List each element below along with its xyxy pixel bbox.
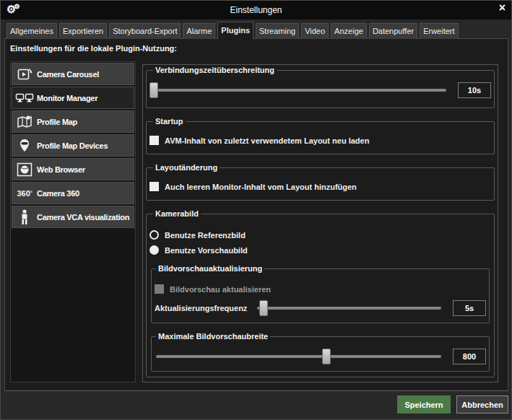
checkbox-label: Auch leeren Monitor-Inhalt vom Layout hi…: [165, 183, 357, 191]
sidebar-item-camera-carousel[interactable]: Camera Carousel: [12, 63, 134, 85]
tab-anzeige[interactable]: Anzeige: [331, 23, 367, 39]
camera-vca-icon: [12, 209, 37, 225]
save-button[interactable]: Speichern: [397, 395, 451, 414]
sidebar-item-camera-360[interactable]: 360° Camera 360: [12, 182, 134, 204]
group-title: Verbindungszeitüberschreitung: [153, 66, 277, 74]
sidebar-item-monitor-manager[interactable]: Monitor Manager: [12, 87, 134, 109]
profile-map-devices-icon: [12, 139, 37, 153]
sidebar-item-label: Camera VCA visualization: [37, 213, 129, 222]
max-width-slider[interactable]: [155, 348, 443, 365]
radio-reference-image[interactable]: Benutze Referenzbild: [149, 229, 491, 240]
sidebar-item-label: Profile Map Devices: [37, 141, 108, 150]
checkbox[interactable]: [149, 182, 159, 191]
max-width-value: 800: [453, 349, 486, 364]
group-preview-update: Bildvorschauaktualisierung Bildvorschau …: [151, 264, 490, 323]
group-title: Startup: [153, 117, 186, 126]
radio-label: Benutze Vorschaubild: [165, 246, 248, 255]
group-connection-timeout: Verbindungszeitüberschreitung 10s: [146, 66, 495, 108]
tab-page-plugins: Einstellungen für die lokale Plugin-Nutz…: [4, 38, 508, 391]
cancel-button[interactable]: Abbrechen: [456, 395, 508, 414]
group-title: Kamerabild: [153, 209, 201, 218]
tab-video[interactable]: Video: [301, 23, 329, 39]
plugin-list: Camera Carousel Monitor Manager: [10, 61, 136, 382]
profile-map-icon: [12, 115, 37, 129]
connection-timeout-slider[interactable]: [149, 82, 448, 99]
sidebar-item-web-browser[interactable]: Web Browser: [12, 158, 134, 180]
group-title: Layoutänderung: [153, 163, 220, 172]
sidebar-item-label: Camera Carousel: [37, 70, 99, 79]
intro-label: Einstellungen für die lokale Plugin-Nutz…: [10, 44, 177, 53]
checkbox-label: Bildvorschau aktualisieren: [170, 285, 271, 294]
sidebar-item-label: Web Browser: [37, 165, 85, 174]
tab-bar: AllgemeinesExportierenStoryboard-ExportA…: [6, 22, 459, 39]
tab-allgemeines[interactable]: Allgemeines: [6, 23, 57, 39]
group-max-preview-width: Maximale Bildvorschaubreite 800: [151, 332, 490, 372]
layout-add-empty-checkbox-row[interactable]: Auch leeren Monitor-Inhalt vom Layout hi…: [149, 182, 491, 191]
frequency-label: Aktualisierungsfrequenz: [155, 304, 247, 312]
preview-update-checkbox-row[interactable]: Bildvorschau aktualisieren: [155, 284, 486, 294]
sidebar-item-profile-map[interactable]: Profile Map: [12, 110, 134, 133]
tab-datenpuffer[interactable]: Datenpuffer: [369, 23, 417, 39]
tab-exportieren[interactable]: Exportieren: [59, 23, 107, 39]
tab-erweitert[interactable]: Erweitert: [420, 23, 458, 39]
radio-button[interactable]: [149, 245, 159, 255]
tab-plugins[interactable]: Plugins: [217, 22, 253, 39]
checkbox-label: AVM-Inhalt von zuletzt verwendetem Layou…: [165, 136, 369, 145]
window-title: Einstellungen: [1, 5, 511, 15]
slider-thumb[interactable]: [259, 300, 268, 316]
group-startup: Startup AVM-Inhalt von zuletzt verwendet…: [146, 117, 495, 154]
startup-reload-checkbox-row[interactable]: AVM-Inhalt von zuletzt verwendetem Layou…: [149, 136, 491, 145]
titlebar: ⚙⚙ Einstellungen ×: [1, 1, 511, 19]
frequency-value: 5s: [453, 300, 486, 316]
tab-alarme[interactable]: Alarme: [183, 23, 215, 39]
group-layout-change: Layoutänderung Auch leeren Monitor-Inhal…: [146, 163, 495, 201]
monitor-manager-icon: [12, 91, 37, 105]
sidebar-item-label: Profile Map: [37, 118, 77, 126]
connection-timeout-value: 10s: [458, 82, 491, 98]
close-icon[interactable]: ×: [499, 1, 506, 14]
radio-preview-image[interactable]: Benutze Vorschaubild: [149, 245, 491, 255]
radio-button[interactable]: [149, 230, 159, 240]
camera-carousel-icon: [12, 67, 37, 82]
camera-360-icon: 360°: [12, 189, 37, 198]
group-camera-image: Kamerabild Benutze Referenzbild Benutze …: [146, 209, 495, 377]
sidebar-item-label: Monitor Manager: [37, 94, 97, 102]
group-title: Maximale Bildvorschaubreite: [156, 332, 270, 341]
settings-gear-icon: ⚙⚙: [6, 3, 20, 16]
slider-thumb[interactable]: [322, 349, 331, 364]
web-browser-icon: [12, 162, 37, 177]
tab-storyboard-export[interactable]: Storyboard-Export: [109, 23, 181, 39]
sidebar-item-label: Camera 360: [37, 189, 79, 198]
checkbox[interactable]: [155, 284, 164, 294]
plugin-settings-panel: Verbindungszeitüberschreitung 10s Startu…: [142, 64, 498, 382]
sidebar-item-profile-map-devices[interactable]: Profile Map Devices: [12, 134, 134, 157]
tab-streaming[interactable]: Streaming: [256, 23, 299, 39]
frequency-slider[interactable]: [256, 299, 443, 317]
group-title: Bildvorschauaktualisierung: [156, 264, 264, 273]
radio-label: Benutze Referenzbild: [165, 231, 246, 240]
checkbox[interactable]: [149, 136, 159, 145]
slider-thumb[interactable]: [149, 82, 158, 98]
sidebar-item-camera-vca[interactable]: Camera VCA visualization: [12, 206, 134, 228]
